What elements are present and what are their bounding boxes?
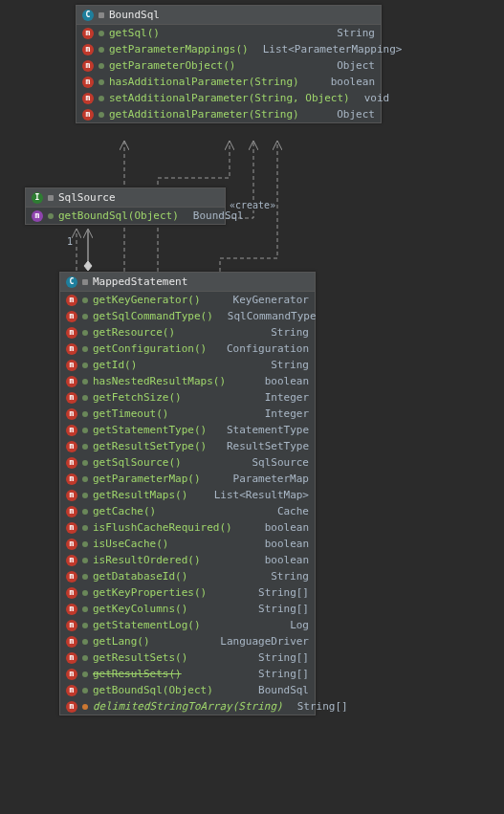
method-row[interactable]: mgetResultSetType()ResultSetType (60, 438, 315, 454)
class-header: C BoundSql (77, 6, 381, 25)
method-row[interactable]: mgetLang()LanguageDriver (60, 633, 315, 649)
method-icon: m (66, 392, 77, 404)
method-row[interactable]: mgetId()String (60, 357, 315, 373)
method-signature: getResultMaps() (93, 489, 187, 501)
return-type: String (261, 326, 309, 339)
method-signature: getId() (93, 359, 137, 371)
method-row[interactable]: mgetStatementLog()Log (60, 617, 315, 633)
return-type: KeyGenerator (224, 294, 309, 306)
method-row[interactable]: mdelimitedStringToArray(String)String[] (60, 698, 315, 715)
lock-icon (48, 195, 54, 201)
method-row[interactable]: mgetSqlSource()SqlSource (60, 454, 315, 471)
interface-icon: I (32, 192, 43, 204)
method-icon: m (66, 408, 77, 420)
class-boundsql[interactable]: C BoundSql mgetSql()StringmgetParameterM… (76, 5, 382, 123)
method-signature: getFetchSize() (93, 391, 182, 404)
return-type: ParameterMap (224, 473, 309, 485)
method-row[interactable]: mgetKeyGenerator()KeyGenerator (60, 292, 315, 308)
method-row[interactable]: mgetParameterMap()ParameterMap (60, 471, 315, 487)
visibility-icon (82, 606, 88, 612)
method-signature: getKeyProperties() (93, 586, 207, 599)
method-row[interactable]: mgetDatabaseId()String (60, 568, 315, 584)
return-type: boolean (255, 554, 309, 566)
interface-sqlsource[interactable]: I SqlSource mgetBoundSql(Object)BoundSql (25, 187, 226, 225)
method-row[interactable]: misResultOrdered()boolean (60, 552, 315, 568)
method-icon: m (66, 604, 77, 615)
visibility-icon (82, 411, 88, 417)
method-row[interactable]: misFlushCacheRequired()boolean (60, 519, 315, 536)
method-icon: m (82, 77, 94, 88)
visibility-icon (82, 493, 88, 498)
visibility-icon (82, 476, 88, 482)
method-signature: getParameterObject() (109, 59, 235, 72)
method-signature: isFlushCacheRequired() (93, 521, 232, 534)
lock-icon (82, 279, 88, 285)
method-icon: m (66, 327, 77, 339)
method-icon: m (66, 457, 77, 469)
method-icon: m (66, 311, 77, 322)
visibility-icon (82, 558, 88, 563)
return-type: String (261, 570, 309, 583)
method-row[interactable]: mgetKeyColumns()String[] (60, 601, 315, 617)
method-row[interactable]: mgetParameterObject()Object (77, 57, 381, 74)
method-row[interactable]: mgetSql()String (77, 25, 381, 41)
method-signature: getAdditionalParameter(String) (109, 108, 299, 121)
visibility-icon (82, 704, 88, 710)
method-row[interactable]: mhasNestedResultMaps()boolean (60, 373, 315, 389)
method-row[interactable]: mgetBoundSql(Object)BoundSql (26, 208, 225, 224)
method-signature: getSql() (109, 27, 160, 39)
class-header: C MappedStatement (60, 273, 315, 292)
return-type: List<ResultMap> (205, 489, 309, 501)
visibility-icon (82, 460, 88, 466)
class-icon: C (66, 276, 77, 288)
method-row[interactable]: mgetStatementType()StatementType (60, 422, 315, 438)
return-type: SqlSource (242, 456, 309, 469)
return-type: Configuration (217, 342, 309, 355)
visibility-icon (82, 541, 88, 547)
method-icon: m (66, 571, 77, 583)
class-title: MappedStatement (93, 275, 187, 288)
method-row[interactable]: mgetConfiguration()Configuration (60, 341, 315, 357)
method-row[interactable]: mgetBoundSql(Object)BoundSql (60, 682, 315, 698)
method-signature: getTimeout() (93, 407, 168, 420)
method-icon: m (66, 620, 77, 631)
method-row[interactable]: mgetResultSets()String[] (60, 649, 315, 666)
method-icon: m (66, 522, 77, 534)
method-icon: m (66, 652, 77, 664)
return-type: Integer (255, 391, 309, 404)
visibility-icon (82, 428, 88, 433)
visibility-icon (82, 574, 88, 580)
visibility-icon (99, 31, 104, 36)
method-row[interactable]: mgetResultMaps()List<ResultMap> (60, 487, 315, 503)
method-row[interactable]: mgetResulSets()String[] (60, 666, 315, 682)
return-type: String[] (249, 651, 309, 664)
method-signature: getParameterMap() (93, 473, 201, 485)
method-row[interactable]: mgetTimeout()Integer (60, 406, 315, 422)
method-row[interactable]: misUseCache()boolean (60, 536, 315, 552)
method-signature: getKeyGenerator() (93, 294, 201, 306)
method-row[interactable]: mgetKeyProperties()String[] (60, 584, 315, 601)
method-row[interactable]: mgetFetchSize()Integer (60, 389, 315, 406)
method-row[interactable]: mgetSqlCommandType()SqlCommandType (60, 308, 315, 324)
method-signature: isUseCache() (93, 538, 168, 550)
method-row[interactable]: mgetCache()Cache (60, 503, 315, 519)
class-mappedstatement[interactable]: C MappedStatement mgetKeyGenerator()KeyG… (59, 272, 316, 715)
return-type: Integer (255, 407, 309, 420)
method-row[interactable]: mgetResource()String (60, 324, 315, 341)
method-icon: m (82, 44, 94, 55)
return-type: Cache (268, 505, 309, 517)
method-row[interactable]: mgetParameterMappings()List<ParameterMap… (77, 41, 381, 57)
return-type: boolean (321, 76, 375, 88)
return-type: Log (280, 619, 309, 631)
visibility-icon (82, 509, 88, 515)
method-signature: hasNestedResultMaps() (93, 375, 226, 387)
method-row[interactable]: mgetAdditionalParameter(String)Object (77, 106, 381, 122)
return-type: String[] (288, 700, 348, 713)
method-row[interactable]: msetAdditionalParameter(String, Object)v… (77, 90, 381, 106)
visibility-icon (82, 330, 88, 336)
static-method-icon: m (66, 701, 77, 713)
method-list: mgetBoundSql(Object)BoundSql (26, 208, 225, 224)
visibility-icon (82, 379, 88, 385)
method-row[interactable]: mhasAdditionalParameter(String)boolean (77, 74, 381, 90)
return-type: List<ParameterMapping> (253, 43, 403, 55)
